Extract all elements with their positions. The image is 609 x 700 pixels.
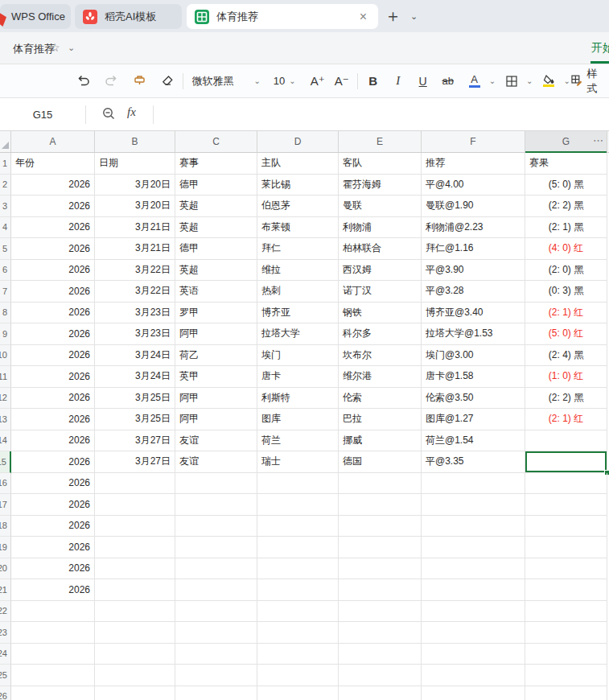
redo-button[interactable] (101, 70, 121, 93)
title-chevron-down-icon[interactable]: ⌄ (68, 43, 75, 53)
row-header-1[interactable]: 1 (0, 153, 11, 175)
row-header-12[interactable]: 12 (0, 388, 11, 410)
tip-cell[interactable]: 利物浦@2.23 (422, 217, 525, 239)
column-header-E[interactable]: E (339, 131, 422, 152)
row-header-23[interactable]: 23 (0, 622, 11, 644)
row-header-11[interactable]: 11 (0, 366, 11, 388)
year-cell[interactable]: 2026 (11, 175, 95, 196)
league-cell[interactable]: 阿甲 (175, 388, 257, 410)
away-team-cell[interactable]: 巴拉 (339, 409, 422, 430)
new-tab-button[interactable]: ＋ (385, 6, 401, 27)
empty-cell[interactable] (525, 622, 607, 644)
field-header-cell[interactable]: 年份 (11, 153, 95, 175)
home-team-cell[interactable]: 拉塔大学 (257, 323, 339, 345)
tip-cell[interactable]: 唐卡@1.58 (422, 366, 525, 388)
empty-cell[interactable] (339, 473, 422, 495)
date-cell[interactable]: 3月21日 (95, 238, 175, 260)
fill-color-button[interactable] (538, 70, 559, 93)
year-cell[interactable]: 2026 (11, 303, 95, 324)
year-cell[interactable]: 2026 (11, 345, 95, 367)
date-cell[interactable]: 3月20日 (95, 196, 175, 217)
result-cell[interactable]: (2: 1) 红 (525, 409, 607, 430)
empty-cell[interactable] (525, 516, 607, 537)
league-cell[interactable]: 德甲 (175, 175, 257, 196)
empty-cell[interactable] (95, 558, 175, 580)
year-cell[interactable]: 2026 (11, 217, 95, 239)
insert-function-icon[interactable]: fx (127, 105, 136, 119)
result-cell[interactable]: (2: 2) 黑 (525, 196, 607, 217)
away-team-cell[interactable]: 德国 (339, 451, 422, 473)
row-header-16[interactable]: 16 (0, 473, 11, 495)
row-header-24[interactable]: 24 (0, 644, 11, 665)
tip-cell[interactable]: 伦索@3.50 (422, 388, 525, 410)
row-header-5[interactable]: 5 (0, 238, 11, 260)
cell-reference-box[interactable]: G15 (0, 98, 85, 131)
home-team-cell[interactable]: 图库 (257, 409, 339, 430)
away-team-cell[interactable]: 坎布尔 (339, 345, 422, 367)
row-header-6[interactable]: 6 (0, 260, 11, 282)
date-cell[interactable]: 3月25日 (95, 409, 175, 430)
empty-cell[interactable] (422, 601, 525, 623)
row-header-26[interactable]: 26 (0, 686, 11, 700)
strikethrough-button[interactable]: ab (438, 70, 459, 93)
empty-cell[interactable] (339, 494, 422, 516)
empty-cell[interactable] (257, 473, 339, 495)
league-cell[interactable]: 友谊 (175, 430, 257, 452)
column-header-A[interactable]: A (11, 131, 95, 152)
empty-cell[interactable] (525, 494, 607, 516)
date-cell[interactable]: 3月22日 (95, 281, 175, 303)
empty-cell[interactable] (175, 537, 257, 558)
away-team-cell[interactable]: 钢铁 (339, 303, 422, 324)
home-team-cell[interactable]: 莱比锡 (257, 175, 339, 196)
year-cell[interactable]: 2026 (11, 409, 95, 430)
borders-chevron-icon[interactable]: ⌄ (526, 76, 533, 85)
date-cell[interactable]: 3月27日 (95, 451, 175, 473)
away-team-cell[interactable]: 挪威 (339, 430, 422, 452)
home-team-cell[interactable]: 伯恩茅 (257, 196, 339, 217)
column-header-D[interactable]: D (257, 131, 339, 152)
league-cell[interactable]: 荷乙 (175, 345, 257, 367)
empty-cell[interactable] (95, 601, 175, 623)
browser-tab-sports-doc[interactable]: 体育推荐 × (187, 4, 378, 29)
empty-cell[interactable] (422, 579, 525, 601)
decrease-font-size-button[interactable]: A⁻ (331, 70, 352, 93)
star-favorite-icon[interactable]: ☆ (50, 41, 60, 54)
home-team-cell[interactable]: 热刺 (257, 281, 339, 303)
empty-cell[interactable] (95, 473, 175, 495)
date-cell[interactable]: 3月24日 (95, 345, 175, 367)
empty-cell[interactable] (339, 686, 422, 700)
result-cell[interactable]: (1: 0) 红 (525, 366, 607, 388)
empty-cell[interactable] (175, 494, 257, 516)
tip-cell[interactable]: 博齐亚@3.40 (422, 303, 525, 324)
row-header-21[interactable]: 21 (0, 579, 11, 601)
result-cell[interactable]: (2: 1) 红 (525, 303, 607, 324)
year-cell[interactable]: 2026 (11, 281, 95, 303)
empty-cell[interactable] (175, 558, 257, 580)
year-cell[interactable]: 2026 (11, 366, 95, 388)
empty-cell[interactable] (422, 558, 525, 580)
home-team-cell[interactable]: 博齐亚 (257, 303, 339, 324)
home-team-cell[interactable]: 荷兰 (257, 430, 339, 452)
empty-cell[interactable] (175, 601, 257, 623)
year-cell[interactable]: 2026 (11, 451, 95, 473)
date-cell[interactable]: 3月23日 (95, 323, 175, 345)
date-cell[interactable]: 3月23日 (95, 303, 175, 324)
year-cell[interactable]: 2026 (11, 494, 95, 516)
league-cell[interactable]: 英超 (175, 196, 257, 217)
year-cell[interactable]: 2026 (11, 196, 95, 217)
font-color-button[interactable]: A (464, 70, 485, 93)
tip-cell[interactable]: 埃门@3.00 (422, 345, 525, 367)
empty-cell[interactable] (257, 579, 339, 601)
tip-cell[interactable]: 荷兰@1.54 (422, 430, 525, 452)
away-team-cell[interactable]: 西汉姆 (339, 260, 422, 282)
empty-cell[interactable] (525, 665, 607, 686)
empty-cell[interactable] (95, 644, 175, 665)
column-header-C[interactable]: C (175, 131, 257, 152)
row-header-22[interactable]: 22 (0, 601, 11, 623)
away-team-cell[interactable]: 利物浦 (339, 217, 422, 239)
empty-cell[interactable] (257, 516, 339, 537)
date-cell[interactable]: 3月20日 (95, 175, 175, 196)
row-header-9[interactable]: 9 (0, 323, 11, 345)
row-header-3[interactable]: 3 (0, 196, 11, 217)
row-header-20[interactable]: 20 (0, 558, 11, 580)
